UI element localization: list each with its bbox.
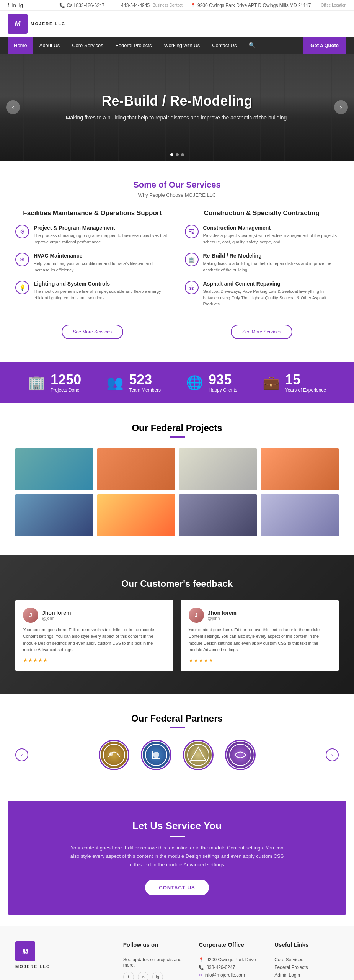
footer-link-admin-login[interactable]: Admin Login	[274, 972, 339, 978]
experience-icon: 💼	[263, 375, 280, 391]
service-desc-6: Sealcoat Driveways, Pave Parking Lots & …	[203, 288, 339, 307]
linkedin-link[interactable]: in	[12, 2, 16, 8]
nav-home[interactable]: Home	[8, 37, 33, 54]
hero-next-button[interactable]: ›	[334, 100, 348, 114]
partners-prev-button[interactable]: ‹	[15, 748, 28, 761]
footer-link-federal-projects[interactable]: Federal Projects	[274, 965, 339, 970]
stat-projects-info: 1250 Projects Done	[51, 373, 81, 393]
footer-logo-area: M MOJERE LLC	[15, 941, 112, 980]
stat-clients-number: 935	[209, 373, 237, 387]
hero-dots	[170, 153, 184, 156]
footer: M MOJERE LLC Follow us on See updates on…	[0, 926, 354, 980]
nav-working-with-us[interactable]: Working with Us	[158, 37, 206, 54]
service-desc-4: Provides a project's owner(s) with effec…	[203, 232, 339, 245]
footer-address: 9200 Owings Park Drive	[206, 957, 256, 962]
col2-title: Construction & Specialty Contracting	[185, 209, 339, 217]
cta-contact-button[interactable]: CONTACT US	[145, 880, 209, 895]
partner-logo-2	[141, 740, 171, 770]
cta-title: Let Us Service You	[31, 820, 323, 832]
service-item-3: 💡 Lighting and System Controls The most …	[15, 281, 170, 301]
service-info-1: Project & Program Management The process…	[34, 225, 170, 245]
footer-linkedin-link[interactable]: in	[138, 972, 148, 980]
nav-about[interactable]: About Us	[33, 37, 66, 54]
stat-projects: 🏢 1250 Projects Done	[28, 373, 81, 393]
services-col-2: Construction & Specialty Contracting 🏗 C…	[185, 209, 339, 339]
col1-btn-wrap: See More Services	[15, 315, 170, 339]
service-icon-4: 🏗	[185, 225, 199, 238]
partners-title: Our Federal Partners	[15, 713, 339, 724]
feedback-text-1: Your content goes here. Edit or remove t…	[23, 627, 166, 653]
hero-title: Re-Build / Re-Modeling	[66, 93, 288, 109]
get-quote-button[interactable]: Get a Quote	[303, 37, 346, 54]
footer-social: f in ig	[123, 972, 188, 980]
service-info-5: Re-Build / Re-Modeling Making fixes to a…	[203, 253, 339, 273]
footer-email-item: ✉ info@mojerellc.com	[199, 972, 263, 978]
footer-follow-sub: See updates on projects and more.	[123, 957, 188, 968]
hero-prev-button[interactable]: ‹	[6, 100, 20, 114]
footer-follow-col: Follow us on See updates on projects and…	[123, 941, 188, 980]
nav-contact[interactable]: Contact Us	[206, 37, 243, 54]
partner-logo-1	[99, 740, 129, 770]
feedback-card-2: J Jhon lorem @john Your content goes her…	[181, 600, 339, 671]
hero-content: Re-Build / Re-Modeling Making fixes to a…	[58, 85, 296, 129]
phone-icon: 📞	[59, 3, 65, 8]
footer-divider-2	[199, 952, 210, 952]
service-info-4: Construction Management Provides a proje…	[203, 225, 339, 245]
reviewer-info-1: Jhon lorem @john	[42, 610, 71, 621]
hero-subtitle: Making fixes to a building that help to …	[66, 114, 288, 122]
footer-facebook-link[interactable]: f	[123, 972, 134, 980]
service-title-5: Re-Build / Re-Modeling	[203, 253, 339, 259]
search-icon[interactable]: 🔍	[243, 37, 261, 54]
service-icon-6: 🛣	[185, 281, 199, 294]
service-title-2: HVAC Maintenance	[34, 253, 170, 259]
see-more-btn-2[interactable]: See More Services	[231, 325, 292, 339]
reviewer-name-1: Jhon lorem	[42, 610, 71, 616]
company-name: MOJERE LLC	[31, 21, 65, 26]
service-info-3: Lighting and System Controls The most co…	[34, 281, 170, 301]
logo-area: M MOJERE LLC	[8, 14, 65, 34]
feedback-text-2: Your content goes here. Edit or remove t…	[189, 627, 331, 653]
instagram-link[interactable]: ig	[19, 2, 23, 8]
partners-next-button[interactable]: ›	[326, 748, 339, 761]
service-desc-3: The most comprehensive line of simple, s…	[34, 288, 170, 301]
hero-dot-3	[181, 153, 184, 156]
footer-email: info@mojerellc.com	[204, 972, 245, 978]
nav-links: Home About Us Core Services Federal Proj…	[8, 37, 261, 54]
service-desc-5: Making fixes to a building that help to …	[203, 260, 339, 273]
reviewer-2: J Jhon lorem @john	[189, 608, 331, 623]
project-img-6	[97, 494, 175, 536]
facebook-link[interactable]: f	[8, 2, 9, 8]
footer-logo-letter: M	[23, 947, 28, 956]
feedback-grid: J Jhon lorem @john Your content goes her…	[15, 600, 339, 671]
service-title-6: Asphalt and Cement Repaving	[203, 281, 339, 287]
service-icon-1: ⚙	[15, 225, 29, 238]
partner-inner-4	[227, 742, 254, 768]
hero-dot-1	[170, 153, 173, 156]
location-icon: 📍	[190, 3, 196, 8]
projects-icon: 🏢	[28, 375, 45, 391]
partner-inner-1	[101, 742, 127, 768]
stat-team: 👥 523 Team Members	[106, 373, 161, 393]
footer-instagram-link[interactable]: ig	[152, 972, 163, 980]
nav-core-services[interactable]: Core Services	[66, 37, 109, 54]
stat-team-label: Team Members	[129, 387, 161, 393]
project-img-3	[179, 448, 257, 490]
logo-box: M	[8, 14, 28, 34]
social-links: f in ig	[8, 2, 23, 8]
cta-text: Your content goes here. Edit or remove t…	[70, 844, 284, 869]
address: 📍 9200 Owings Park Drive APT D Owings Mi…	[190, 3, 346, 8]
phone2: 443-544-4945 Business Contact	[121, 3, 183, 8]
reviewer-info-2: Jhon lorem @john	[208, 610, 237, 621]
footer-link-core-services[interactable]: Core Services	[274, 957, 339, 962]
nav-federal-projects[interactable]: Federal Projects	[109, 37, 158, 54]
footer-phone-icon: 📞	[199, 965, 204, 970]
services-col-1: Facilities Maintenance & Operations Supp…	[15, 209, 170, 339]
footer-logo-box: M	[15, 941, 35, 961]
svg-point-5	[230, 744, 251, 766]
see-more-btn-1[interactable]: See More Services	[62, 325, 123, 339]
stat-projects-label: Projects Done	[51, 387, 81, 393]
project-img-7	[179, 494, 257, 536]
logo-letter: M	[15, 20, 21, 28]
stat-experience-number: 15	[285, 373, 326, 387]
footer-grid: M MOJERE LLC Follow us on See updates on…	[15, 941, 339, 980]
